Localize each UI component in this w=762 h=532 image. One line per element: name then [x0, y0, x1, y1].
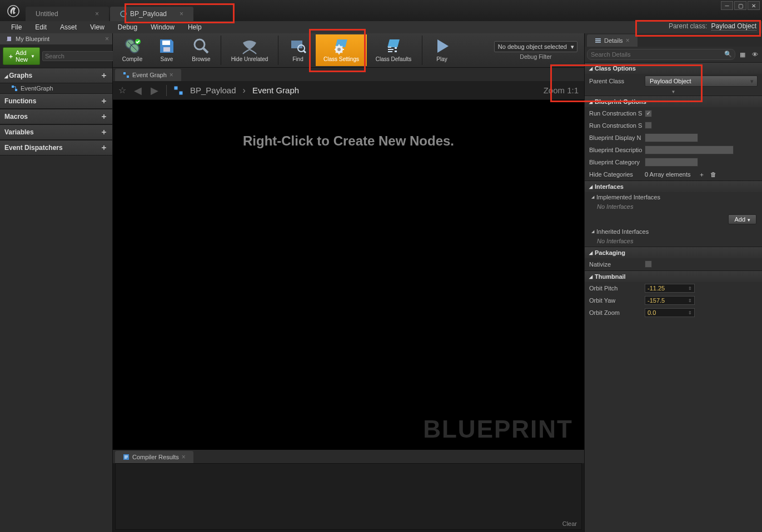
add-new-button[interactable]: ＋Add New▼: [3, 47, 40, 65]
close-button[interactable]: ✕: [748, 1, 760, 10]
array-add-button[interactable]: ＋: [699, 170, 705, 179]
thumbnail-header[interactable]: ◢Thumbnail: [585, 270, 762, 282]
parent-class-dropdown[interactable]: Payload Object: [645, 76, 758, 87]
details-panel: Details × 🔍 ▦ 👁 ◢Class Options Parent Cl…: [584, 33, 762, 532]
compile-button[interactable]: Compile: [116, 34, 149, 66]
event-graph-tab[interactable]: Event Graph ×: [115, 69, 181, 81]
add-variable-button[interactable]: ＋: [100, 127, 108, 137]
browse-icon: [192, 37, 210, 55]
eventgraph-label: EventGraph: [21, 85, 53, 92]
parent-class-link[interactable]: Payload Object: [711, 22, 756, 31]
functions-section[interactable]: Functions＋: [0, 93, 112, 109]
parent-class-header: Parent class: Payload Object: [669, 22, 756, 30]
run-construction-checkbox-1[interactable]: ✓: [645, 110, 652, 117]
graphs-section[interactable]: ◢ Graphs ＋: [0, 68, 112, 83]
menu-edit[interactable]: Edit: [28, 22, 53, 33]
hide-categories-value: 0 Array elements: [645, 171, 691, 178]
svg-point-14: [337, 48, 341, 51]
menu-file[interactable]: File: [4, 22, 28, 33]
hide-unrelated-button[interactable]: Hide Unrelated: [224, 34, 275, 66]
add-graph-button[interactable]: ＋: [100, 71, 108, 81]
debug-object-select[interactable]: No debug object selected: [494, 41, 577, 52]
close-icon[interactable]: ×: [180, 10, 183, 18]
close-icon[interactable]: ×: [626, 37, 630, 44]
orbit-pitch-input[interactable]: -11.25⇳: [645, 284, 695, 293]
no-inherited-interfaces-note: No Interfaces: [585, 237, 762, 247]
compiler-results-body: Clear: [115, 463, 582, 530]
display-name-label: Blueprint Display N: [589, 134, 643, 141]
browse-button[interactable]: Browse: [185, 34, 218, 66]
nativize-checkbox[interactable]: [645, 260, 652, 268]
find-button[interactable]: Find: [281, 34, 315, 66]
close-icon[interactable]: ×: [105, 35, 109, 43]
class-settings-button[interactable]: Class Settings: [316, 34, 367, 66]
description-input[interactable]: [645, 145, 734, 154]
window-tab-bp-payload[interactable]: BP_Payload ×: [110, 7, 193, 21]
eventgraph-item[interactable]: EventGraph: [0, 83, 112, 93]
add-interface-button[interactable]: Add: [728, 214, 756, 224]
menu-asset[interactable]: Asset: [53, 22, 83, 33]
inherited-interfaces-header[interactable]: ◢Inherited Interfaces: [585, 227, 762, 237]
orbit-yaw-input[interactable]: -157.5⇳: [645, 296, 695, 305]
details-icon: [595, 37, 601, 44]
hide-unrelated-icon: [241, 37, 258, 55]
close-icon[interactable]: ×: [182, 453, 186, 461]
nav-back-button[interactable]: ◀: [133, 84, 143, 97]
display-name-input[interactable]: [645, 133, 698, 142]
orbit-zoom-input[interactable]: 0.0⇳: [645, 308, 695, 317]
graph-canvas[interactable]: Right-Click to Create New Nodes. BLUEPRI…: [113, 100, 584, 450]
close-icon[interactable]: ×: [95, 10, 99, 18]
svg-point-9: [195, 39, 205, 49]
class-defaults-button[interactable]: Class Defaults: [368, 34, 419, 66]
my-blueprint-tab[interactable]: My Blueprint ×: [0, 33, 112, 44]
save-button[interactable]: Save: [150, 34, 183, 66]
details-search-input[interactable]: [587, 49, 735, 60]
implemented-interfaces-header[interactable]: ◢Implemented Interfaces: [585, 192, 762, 202]
orbit-yaw-label: Orbit Yaw: [589, 297, 643, 304]
window-controls: ─ ▢ ✕: [721, 1, 760, 10]
packaging-header[interactable]: ◢Packaging: [585, 247, 762, 258]
interfaces-header[interactable]: ◢Interfaces: [585, 180, 762, 192]
compiler-clear-button[interactable]: Clear: [562, 520, 577, 527]
nav-forward-button[interactable]: ▶: [150, 84, 160, 97]
menu-debug[interactable]: Debug: [111, 22, 144, 33]
blueprint-options-header[interactable]: ◢Blueprint Options: [585, 96, 762, 107]
run-construction-checkbox-2[interactable]: [645, 122, 652, 129]
menu-view[interactable]: View: [83, 22, 111, 33]
category-input[interactable]: [645, 158, 698, 167]
blueprint-watermark: BLUEPRINT: [423, 415, 573, 443]
breadcrumb-bp[interactable]: BP_Payload: [190, 86, 236, 95]
array-clear-button[interactable]: 🗑: [710, 171, 716, 178]
macros-section[interactable]: Macros＋: [0, 109, 112, 124]
variables-section[interactable]: Variables＋: [0, 124, 112, 140]
expand-arrow[interactable]: ▼: [585, 88, 762, 96]
description-label: Blueprint Descriptio: [589, 147, 643, 153]
favorite-icon[interactable]: ☆: [118, 85, 126, 96]
menubar: File Edit Asset View Debug Window Help P…: [0, 21, 762, 33]
menu-window[interactable]: Window: [144, 22, 181, 33]
add-dispatcher-button[interactable]: ＋: [100, 143, 108, 153]
svg-rect-20: [175, 86, 178, 89]
compiler-results-tab[interactable]: Compiler Results ×: [115, 451, 193, 463]
debug-filter-label: Debug Filter: [520, 53, 551, 60]
close-icon[interactable]: ×: [170, 71, 173, 79]
visibility-icon[interactable]: 👁: [750, 49, 760, 59]
panel-title: My Blueprint: [16, 36, 49, 42]
property-matrix-icon[interactable]: ▦: [738, 49, 748, 59]
details-tab[interactable]: Details ×: [587, 34, 638, 47]
svg-rect-19: [127, 76, 129, 78]
add-function-button[interactable]: ＋: [100, 96, 108, 106]
play-button[interactable]: Play: [425, 34, 459, 66]
menu-help[interactable]: Help: [181, 22, 208, 33]
add-macro-button[interactable]: ＋: [100, 112, 108, 122]
window-tab-untitled[interactable]: Untitled ×: [26, 7, 109, 21]
my-blueprint-search-input[interactable]: [42, 51, 124, 61]
class-options-header[interactable]: ◢Class Options: [585, 62, 762, 74]
minimize-button[interactable]: ─: [721, 1, 733, 10]
svg-rect-2: [12, 86, 14, 88]
breadcrumb-graph[interactable]: Event Graph: [252, 86, 299, 95]
svg-rect-7: [162, 41, 170, 45]
tab-label: Untitled: [36, 10, 58, 18]
maximize-button[interactable]: ▢: [734, 1, 746, 10]
event-dispatchers-section[interactable]: Event Dispatchers＋: [0, 140, 112, 155]
